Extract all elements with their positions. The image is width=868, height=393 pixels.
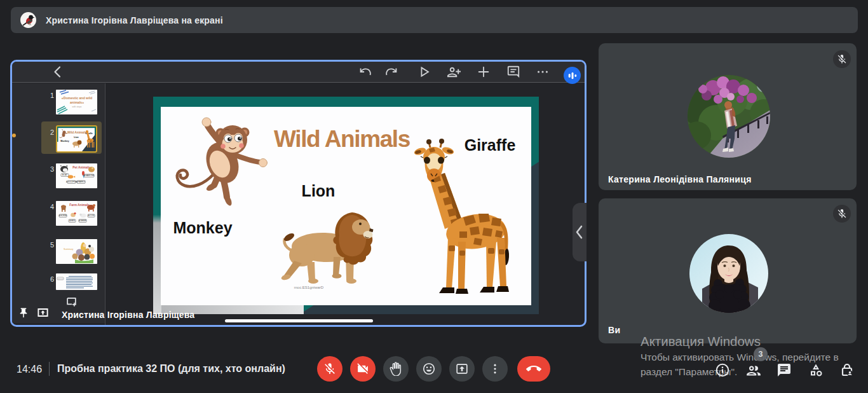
svg-text:A HORSE: A HORSE [59,214,67,217]
svg-text:A HEN: A HEN [69,219,74,222]
svg-text:Summary: Summary [64,248,74,251]
svg-text:A COW: A COW [88,214,95,217]
svg-text:A GOLDFISH: A GOLDFISH [66,181,77,183]
svg-text:A HAMSTER: A HAMSTER [84,174,94,177]
svg-text:A CAT: A CAT [62,174,67,176]
svg-text:Monkey: Monkey [60,140,69,142]
svg-text:Farm Animals: Farm Animals [69,203,90,207]
svg-text:animals»: animals» [70,100,84,104]
svg-text:Wild Animals: Wild Animals [67,131,86,134]
svg-text:Pet Animals: Pet Animals [72,166,90,169]
svg-text:A SHEEP: A SHEEP [79,219,86,222]
svg-text:Lion: Lion [74,136,79,139]
svg-text:with steps: with steps [72,106,81,108]
svg-text:«Domestic and wild: «Domestic and wild [62,96,92,100]
svg-text:Idea (s): Idea (s) [58,278,63,280]
svg-text:A PARROT: A PARROT [77,181,86,183]
